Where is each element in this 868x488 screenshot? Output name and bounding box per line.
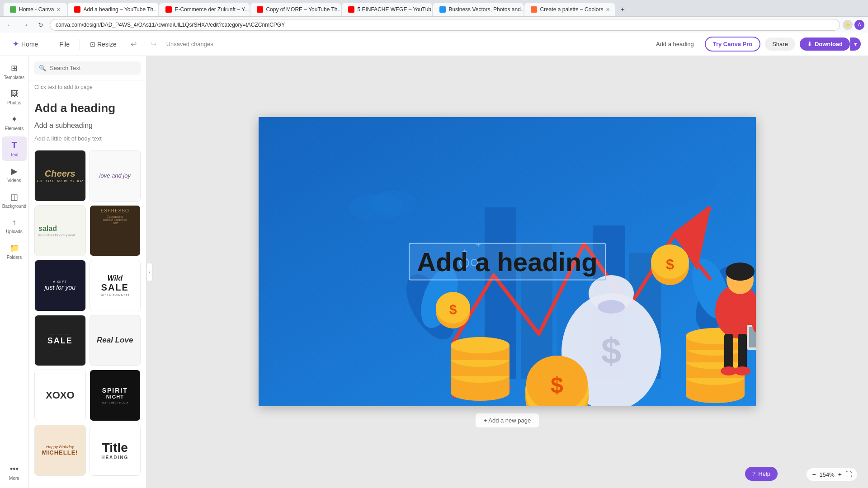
template-sale[interactable]: — — — SALE — — — bbox=[34, 315, 86, 366]
canvas-heading-text[interactable]: Add a heading bbox=[417, 247, 598, 276]
template-wild-sale[interactable]: Wild SALE UP TO 50% OFF! bbox=[90, 260, 141, 311]
help-icon: ? bbox=[752, 470, 755, 477]
browser-tab-5[interactable]: 5 EINFACHE WEGE – YouTub... ✕ bbox=[342, 3, 432, 16]
add-page-button[interactable]: + Add a new page bbox=[476, 413, 539, 427]
canvas[interactable]: 💬 ⧉ + bbox=[259, 117, 756, 406]
resize-icon: ⊡ bbox=[90, 41, 95, 48]
browser-tab-6[interactable]: Business Vectors, Photos and... ✕ bbox=[433, 3, 524, 16]
template-xoxo-content: XOXO bbox=[35, 370, 85, 421]
browser-tab-7[interactable]: Create a palette – Coolors ✕ bbox=[524, 3, 615, 16]
add-heading-topbar-button[interactable]: Add a heading bbox=[650, 38, 700, 50]
browser-tab-3[interactable]: E-Commerce der Zukunft – Y... ✕ bbox=[159, 3, 250, 16]
address-bar[interactable]: canva.com/design/DAD_P4WS_4/OAs11AcwmdiU… bbox=[50, 19, 840, 31]
template-birthday[interactable]: Happy Birthday MICHELLE! bbox=[34, 425, 86, 476]
espresso-item1: Cappuccino bbox=[107, 215, 123, 218]
click-hint-label: Click text to add to page bbox=[29, 80, 146, 94]
elements-icon: ✦ bbox=[11, 114, 18, 124]
redo-button[interactable]: ↪ bbox=[146, 37, 161, 52]
cheers-title: Cheers bbox=[45, 169, 75, 179]
forward-button[interactable]: → bbox=[19, 19, 32, 31]
sidebar-item-videos[interactable]: ▶ Videos bbox=[2, 163, 27, 187]
template-title-heading[interactable]: Title HEADING bbox=[90, 425, 141, 476]
sidebar-label-templates: Templates bbox=[4, 75, 25, 80]
sidebar-label-photos: Photos bbox=[7, 100, 21, 105]
template-xoxo[interactable]: XOXO bbox=[34, 370, 86, 421]
template-salad-content: salad fresh ideas for every meal bbox=[35, 206, 85, 256]
search-icon: 🔍 bbox=[39, 65, 46, 71]
new-tab-button[interactable]: + bbox=[616, 3, 629, 16]
sidebar-label-text: Text bbox=[10, 152, 18, 157]
text-icon: T bbox=[11, 140, 17, 150]
profile-icon[interactable]: A bbox=[854, 20, 864, 30]
template-cheers[interactable]: Cheers TO THE NEW YEAR bbox=[34, 150, 86, 202]
back-button[interactable]: ← bbox=[4, 19, 16, 31]
file-button[interactable]: File bbox=[55, 38, 74, 51]
template-real-love[interactable]: Real Love bbox=[90, 315, 141, 366]
tab-close-1[interactable]: ✕ bbox=[57, 7, 61, 13]
tab-label-6: Business Vectors, Photos and... bbox=[448, 6, 524, 13]
extensions-icon[interactable]: ⭐ bbox=[843, 20, 853, 30]
reload-button[interactable]: ↻ bbox=[34, 19, 47, 31]
template-love-joy-content: love and joy bbox=[90, 150, 141, 201]
templates-icon: ⊞ bbox=[11, 63, 18, 73]
template-spirit-night[interactable]: SPIRIT NIGHT SEPTEMBER 5, 2014 bbox=[90, 370, 141, 421]
topbar-right: Add a heading Try Canva Pro Share ⬇ Down… bbox=[650, 37, 861, 52]
add-subheading-option[interactable]: Add a subheading bbox=[34, 119, 141, 132]
search-input[interactable] bbox=[50, 65, 136, 71]
zoom-in-button[interactable]: + bbox=[838, 471, 842, 478]
template-salad[interactable]: salad fresh ideas for every meal bbox=[34, 205, 86, 257]
help-button[interactable]: ? Help bbox=[745, 467, 778, 481]
template-gift[interactable]: A GIFT just for you bbox=[34, 260, 86, 311]
svg-text:$: $ bbox=[666, 256, 674, 272]
sidebar-item-elements[interactable]: ✦ Elements bbox=[2, 111, 27, 135]
template-espresso[interactable]: ESPRESSO Cappuccino Double Espresso Latt… bbox=[90, 205, 141, 257]
espresso-item2: Double Espresso bbox=[103, 218, 127, 221]
collapse-panel-button[interactable]: ‹ bbox=[146, 263, 153, 281]
canvas-heading-box[interactable]: Add a heading bbox=[409, 243, 606, 280]
template-birthday-content: Happy Birthday MICHELLE! bbox=[35, 425, 85, 476]
template-title-heading-content: Title HEADING bbox=[90, 425, 141, 476]
undo-button[interactable]: ↩ bbox=[127, 37, 141, 52]
zoom-out-button[interactable]: − bbox=[812, 471, 816, 478]
title-heading-sub: HEADING bbox=[101, 455, 128, 460]
try-pro-button[interactable]: Try Canva Pro bbox=[705, 37, 760, 52]
svg-rect-51 bbox=[724, 334, 733, 370]
fit-screen-button[interactable]: ⛶ bbox=[845, 471, 852, 478]
canvas-heading-container[interactable]: Add a heading bbox=[409, 243, 606, 280]
tab-close-7[interactable]: ✕ bbox=[606, 7, 610, 13]
svg-rect-52 bbox=[738, 334, 747, 370]
topbar-left: ✦ Home File ⊡ Resize ↩ ↪ Unsaved changes bbox=[7, 37, 644, 52]
download-button[interactable]: ⬇ Download bbox=[800, 38, 850, 51]
sidebar-item-uploads[interactable]: ↑ Uploads bbox=[2, 214, 27, 238]
sidebar-label-uploads: Uploads bbox=[6, 229, 23, 234]
browser-tab-4[interactable]: Copy of MORE – YouTube Th... ✕ bbox=[250, 3, 341, 16]
sidebar-item-background[interactable]: ◫ Background bbox=[2, 188, 27, 212]
sidebar-item-more[interactable]: ••• More bbox=[2, 461, 27, 484]
template-real-love-content: Real Love bbox=[90, 315, 141, 366]
search-input-wrap[interactable]: 🔍 bbox=[34, 61, 141, 75]
night-title: NIGHT bbox=[106, 394, 124, 399]
download-chevron-button[interactable]: ▾ bbox=[850, 38, 861, 51]
home-button[interactable]: ✦ Home bbox=[7, 37, 43, 51]
cheers-subtitle: TO THE NEW YEAR bbox=[37, 179, 84, 183]
template-love-joy[interactable]: love and joy bbox=[90, 150, 141, 202]
browser-tab-1[interactable]: Home - Canva ✕ bbox=[4, 3, 67, 16]
sidebar-item-templates[interactable]: ⊞ Templates bbox=[2, 60, 27, 84]
sidebar-item-text[interactable]: T Text bbox=[2, 136, 27, 161]
canvas-area[interactable]: ‹ 💬 ⧉ + bbox=[146, 56, 868, 488]
svg-point-28 bbox=[451, 337, 509, 353]
browser-tab-2[interactable]: Add a heading – YouTube Th... ✕ bbox=[68, 3, 158, 16]
browser-chrome: Home - Canva ✕ Add a heading – YouTube T… bbox=[0, 0, 868, 33]
birthday-top: Happy Birthday bbox=[46, 445, 74, 449]
spirit-title: SPIRIT bbox=[102, 387, 128, 394]
svg-point-4 bbox=[661, 171, 715, 198]
sidebar-item-folders[interactable]: 📁 Folders bbox=[2, 239, 27, 263]
add-heading-option[interactable]: Add a heading bbox=[34, 98, 141, 119]
sidebar-label-folders: Folders bbox=[7, 255, 22, 260]
search-box: 🔍 bbox=[29, 56, 146, 80]
sidebar-item-photos[interactable]: 🖼 Photos bbox=[2, 85, 27, 109]
add-body-option[interactable]: Add a little bit of body text bbox=[34, 132, 141, 145]
sale-main: SALE bbox=[47, 336, 73, 346]
share-button[interactable]: Share bbox=[765, 38, 795, 51]
resize-button[interactable]: ⊡ Resize bbox=[85, 38, 121, 51]
